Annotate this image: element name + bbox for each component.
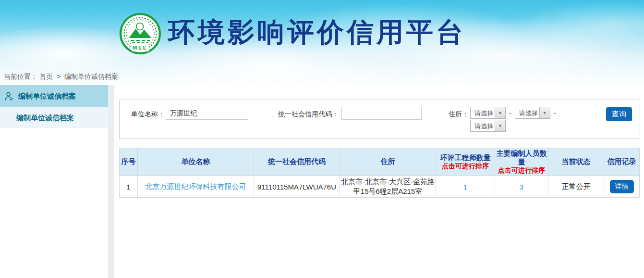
logo-mee-text: MEE	[133, 45, 148, 51]
table-row: 1 北京万源世纪环保科技有限公司 91110115MA7LWUA76U 北京市-…	[120, 176, 640, 198]
engineer-count-sort-hint: 点击可进行排序	[437, 162, 494, 170]
district-select-value: 请选择	[471, 120, 495, 131]
col-header-engineer-count-sort[interactable]: 环评工程师数量 点击可进行排序	[436, 148, 495, 176]
breadcrumb-separator: >	[57, 73, 61, 80]
col-header-credit-code: 统一社会信用代码	[254, 148, 340, 176]
engineer-count-link[interactable]: 1	[463, 183, 467, 191]
credit-code-label: 统一社会信用代码：	[278, 110, 339, 119]
province-select[interactable]: 请选择 ▼	[470, 107, 506, 119]
sidebar-item-archives[interactable]: 编制单位诚信档案	[0, 107, 108, 128]
company-link[interactable]: 北京万源世纪环保科技有限公司	[146, 182, 246, 190]
chevron-down-icon: ▼	[495, 107, 505, 118]
col-header-status: 当前状态	[548, 148, 604, 176]
table-header-row: 序号 单位名称 统一社会信用代码 住所 环评工程师数量 点击可进行排序 主要编制…	[120, 148, 640, 176]
page-title: 环境影响评价信用平台	[168, 14, 466, 51]
results-table: 序号 单位名称 统一社会信用代码 住所 环评工程师数量 点击可进行排序 主要编制…	[119, 148, 640, 198]
address-select-row2: 请选择 ▼	[470, 120, 506, 132]
site-header: MEE 环境影响评价信用平台 当前位置：首页 > 编制单位诚信档案	[0, 0, 644, 85]
search-panel: 单位名称： 统一社会信用代码： 住所： 请选择 ▼ - 请选择 ▼ - 请选择	[119, 100, 640, 139]
sidebar-divider	[108, 85, 114, 278]
breadcrumb-home-link[interactable]: 首页	[39, 73, 53, 80]
district-select[interactable]: 请选择 ▼	[470, 120, 506, 132]
col-header-company: 单位名称	[138, 148, 254, 176]
address-dash: -	[554, 109, 556, 117]
sidebar-section-label: 编制单位诚信档案	[18, 92, 76, 101]
address-line1: 北京市-北京市-大兴区-金苑路	[341, 177, 435, 186]
city-select-value: 请选择	[515, 107, 539, 118]
address-select-row1: 请选择 ▼ - 请选择 ▼ -	[470, 107, 559, 119]
col-header-staff-count-sort[interactable]: 主要编制人员数量 点击可进行排序	[495, 148, 548, 176]
staff-count-sort-hint: 点击可进行排序	[496, 166, 547, 175]
unit-name-label: 单位名称：	[131, 110, 165, 119]
breadcrumb-prefix: 当前位置：	[4, 73, 37, 80]
breadcrumb-current: 编制单位诚信档案	[64, 73, 118, 80]
query-button[interactable]: 查询	[606, 107, 632, 121]
address-line2: 甲15号6幢2层A215室	[353, 187, 422, 195]
cell-index: 1	[120, 176, 138, 198]
person-check-icon	[4, 91, 15, 102]
engineer-count-title: 环评工程师数量	[437, 153, 494, 162]
col-header-credit-record: 信用记录	[604, 148, 640, 176]
credit-code-input[interactable]	[341, 107, 422, 120]
main-panel: 单位名称： 统一社会信用代码： 住所： 请选择 ▼ - 请选择 ▼ - 请选择	[114, 85, 644, 278]
address-label: 住所：	[449, 110, 469, 119]
col-header-address: 住所	[340, 148, 436, 176]
col-header-index: 序号	[120, 148, 138, 176]
chevron-down-icon: ▼	[495, 120, 505, 131]
staff-count-title: 主要编制人员数量	[496, 149, 547, 166]
breadcrumb: 当前位置：首页 > 编制单位诚信档案	[4, 73, 120, 81]
mee-logo-icon: MEE	[119, 13, 161, 55]
cell-credit-code: 91110115MA7LWUA76U	[254, 176, 340, 198]
cell-address: 北京市-北京市-大兴区-金苑路 甲15号6幢2层A215室	[340, 176, 436, 198]
unit-name-input[interactable]	[166, 107, 248, 120]
sidebar: 编制单位诚信档案 编制单位诚信档案	[0, 85, 108, 278]
chevron-down-icon: ▼	[539, 107, 550, 118]
detail-button[interactable]: 详情	[610, 180, 634, 193]
content-area: 编制单位诚信档案 编制单位诚信档案 单位名称： 统一社会信用代码： 住所： 请选…	[0, 85, 644, 278]
sidebar-section-archives[interactable]: 编制单位诚信档案	[0, 85, 108, 107]
city-select[interactable]: 请选择 ▼	[515, 107, 550, 119]
province-select-value: 请选择	[471, 107, 495, 118]
cell-status: 正常公开	[548, 176, 604, 198]
address-dash: -	[509, 109, 511, 117]
staff-count-link[interactable]: 3	[520, 183, 523, 191]
